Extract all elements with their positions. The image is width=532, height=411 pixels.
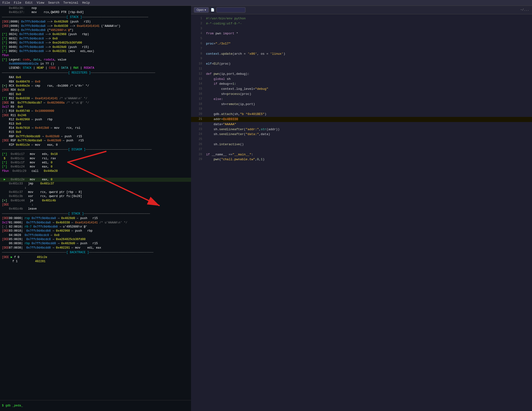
- code-line-11: 11: [191, 67, 532, 72]
- stack2-line-1: 3x1701:0008| 0x7ffc9d4bcda8 → 0x4b9330 ←…: [0, 221, 191, 225]
- code-line-22: 22 data="AAAAA": [191, 122, 532, 127]
- file-select[interactable]: [216, 7, 246, 13]
- code-line-2: 2 #-*-coding:utf-8-*-: [191, 21, 532, 26]
- code-line-3: 3: [191, 26, 532, 31]
- reg-r12: R12 0x402960 ← push rbp: [0, 118, 191, 122]
- dbg-top-2: 0x401c37: mov rcx,QWORD PTR [rbp-0x8]: [0, 10, 191, 15]
- path-label: ~/...: [520, 8, 529, 12]
- code-line-1: 1 #!/usr/bin/env python: [191, 16, 532, 21]
- disasm-blank: [0, 173, 191, 177]
- backtrace-0: [DEE ► f 0 401c2e: [0, 255, 191, 259]
- disasm-je: [+] 0x401c44 je 0x401c4b: [0, 199, 191, 203]
- disasm-dee: [DEE ↓: [0, 203, 191, 207]
- menubar: File File Edit View Search Terminal Help: [0, 0, 532, 6]
- reg-rcx: [+] RCX 0x446e2e ← cmp rax, -0x1000 /* u…: [0, 84, 191, 88]
- toolbar-right: ~/...: [520, 8, 529, 12]
- stack2-line-3: [DEE03:0018| 0x7ffc9d4bcdb8 → 0x402960 ←…: [0, 229, 191, 233]
- section-stack-header: ─────────────────────────────────────[ S…: [0, 15, 191, 20]
- disasm-leave: 0x401c4b leave: [0, 207, 191, 211]
- stack-line-4: [*] 0032| 0x7ffc9d4bcdc0 --> 0x0: [0, 37, 191, 41]
- section-stack2-header: ──────────────────────────────────────[ …: [0, 211, 191, 216]
- reg-rdi: RDI 0x0: [0, 92, 191, 97]
- disasm-5: f0un 0x401c29 call 0x446e20: [0, 169, 191, 173]
- open-label: Open: [197, 8, 204, 12]
- section-disasm-header: ──────────────────────────────────────[ …: [0, 147, 191, 152]
- reg-r8: [DEE R8 0x7ffc9d4bcdb7 ← 0x4029600a /* u…: [0, 101, 191, 105]
- menu-terminal[interactable]: Terminal: [63, 1, 78, 5]
- terminal-prompt-text: $ gdb _peda_: [2, 404, 23, 407]
- code-line-6: 6 proc="./3x17": [191, 41, 532, 47]
- reg-r14: R14 0x4b7018 → 0x4413b0 ← mov rcx, rsi: [0, 126, 191, 130]
- reg-rdx: [DEE RDX 0x18: [0, 88, 191, 92]
- code-line-8: 8 context.update(arch = 'x86', os = 'lin…: [191, 51, 532, 57]
- code-line-29: 29 pwn("chall.pwnable.tw",0,1): [191, 157, 532, 162]
- legend-items: LEGEND: STACK | HEAP | CODE | DATA | RWX…: [0, 66, 191, 70]
- found-line1: f0un: [0, 53, 191, 58]
- reg-r13: R13 0x0: [0, 122, 191, 126]
- code-line-12: 12 def pwn(ip,port,debug):: [191, 72, 532, 77]
- stack2-line-2: [-] 02:0010| r8-7 0x7ffc9d4bcdb0 → u'495…: [0, 225, 191, 229]
- code-line-21: 21 addr=0x4B9330: [191, 117, 532, 122]
- reg-r11: [DEE R11 0x246: [0, 114, 191, 118]
- menu-search[interactable]: Search: [48, 1, 59, 5]
- terminal-prompt-bar[interactable]: $ gdb _peda_: [0, 400, 191, 411]
- code-line-16: 16 sh=process(proc): [191, 92, 532, 97]
- menu-file1[interactable]: File: [2, 1, 10, 5]
- reg-rbp: RBP 0x7ffc9d4bcdd0 → 0x4028d0 ← push r15: [0, 135, 191, 139]
- disasm-current: ► 0x401c2e mov eax, 0: [0, 178, 191, 182]
- menu-edit[interactable]: Edit: [25, 1, 33, 5]
- code-line-15: 15 context.log_level="debug": [191, 87, 532, 92]
- code-line-14: 14 if debug==1:: [191, 82, 532, 87]
- dbg-top-1: 0x401c36: nop: [0, 6, 191, 10]
- code-line-23: 23 sh.sendlineafter("addr:",str(addr)): [191, 127, 532, 132]
- reg-r9: 3x17 R9 0x0: [0, 105, 191, 109]
- code-line-13: 13 global sh: [191, 77, 532, 82]
- stack2-line-5: [DEE05:0028| 0x7ffc9d4bcdc8 → 0xe264825c…: [0, 237, 191, 242]
- code-line-25: 25: [191, 137, 532, 142]
- code-line-7: 7: [191, 47, 532, 51]
- disasm-jmp: 0x401c33 jmp 0x401c37: [0, 182, 191, 186]
- reg-r15: R15 0x0: [0, 130, 191, 134]
- disasm-arrow-down: ↓: [0, 186, 191, 190]
- stack2-line-6: 06:0030| rbp 0x7ffc9d4bcdd0 → 0x4028d0 ←…: [0, 242, 191, 246]
- stack-line-0: [DEE|0000| 0x7ffc9d4bcda0 --> 0x4028d0 (…: [0, 20, 191, 24]
- code-line-4: 4 from pwn import *: [191, 31, 532, 36]
- menu-file2[interactable]: File: [14, 1, 21, 5]
- code-line-19: 19: [191, 107, 532, 112]
- debugger-content[interactable]: 0x401c36: nop 0x401c37: mov rcx,QWORD PT…: [0, 6, 191, 400]
- reg-r10: [-] R10 0x495740 ← 0x100000000: [0, 109, 191, 113]
- menu-help[interactable]: Help: [82, 1, 90, 5]
- dropdown-icon: ▾: [205, 8, 206, 12]
- reg-rip: RIP 0x401c2e ← mov eax, 0: [0, 143, 191, 147]
- code-line-24: 24 sh.sendlineafter("data:",data): [191, 132, 532, 137]
- code-line-26: 26 sh.interactive(): [191, 142, 532, 147]
- disasm-2: $ 0x401c1c mov rsi, rax: [0, 157, 191, 161]
- reg-rsp: [DEE RSP 0x7ffc9d4bcda0 → 0x4028d0 ← pus…: [0, 139, 191, 143]
- stack-line-7: [*] 0056| 0x7ffc9d4bcdd8 --> 0x402281 (m…: [0, 49, 191, 53]
- code-area[interactable]: 1 #!/usr/bin/env python 2 #-*-coding:utf…: [191, 14, 532, 411]
- code-line-28: 28 if __name__ =="__main__":: [191, 152, 532, 157]
- code-line-9: 9: [191, 56, 532, 61]
- disasm-xor: 0x401c3b xor rcx, qword ptr fs:[0x28]: [0, 194, 191, 198]
- section-registers-header: ──────────────────────────────────────[ …: [0, 70, 191, 76]
- section-backtrace-header: ─────────────────────────────────────[ B…: [0, 250, 191, 255]
- stack-line-6: [*] 0048| 0x7ffc9d4bcdd0 --> 0x4028d0 (p…: [0, 45, 191, 49]
- stack-line-1: [DEE|0008| 0x7ffc9d4bcda8 --> 0x4b9330 -…: [0, 24, 191, 28]
- reg-rax: RAX 0x6: [0, 76, 191, 80]
- reg-rsi: [*] RSI 0x4b9330 ← 0xa4141414141 /* u'AA…: [0, 97, 191, 101]
- menu-view[interactable]: View: [37, 1, 44, 5]
- editor-toolbar: Open ▾ 📄 ~/...: [191, 6, 532, 14]
- code-line-17: 17 else:: [191, 97, 532, 102]
- code-line-5: 5: [191, 36, 532, 41]
- debugger-panel: 0x401c36: nop 0x401c37: mov rcx,QWORD PT…: [0, 6, 191, 411]
- backtrace-1: f 1 402281: [0, 259, 191, 264]
- reg-rbx: RBX 0x400470 ← 0x0: [0, 80, 191, 84]
- code-line-27: 27: [191, 147, 532, 152]
- stack-line-2: 0016| 0x7ffc9d4bcdb0 ("4952880\n`@"): [0, 28, 191, 32]
- stack-line-5: [*] 0040| 0x7ffc9d4bcdc8 --> 0xe264825cb…: [0, 41, 191, 45]
- open-button[interactable]: Open ▾: [194, 7, 209, 13]
- code-line-20: 20 gdb.attach(sh,"b *0x401BE5"): [191, 112, 532, 117]
- main-layout: 0x401c36: nop 0x401c37: mov rcx,QWORD PT…: [0, 6, 532, 411]
- disasm-3: [*] 0x401c1f mov edi, 0: [0, 161, 191, 165]
- stack2-line-4: 04:0020 0x7ffc9d4bcdc0 ← 0x0: [0, 233, 191, 237]
